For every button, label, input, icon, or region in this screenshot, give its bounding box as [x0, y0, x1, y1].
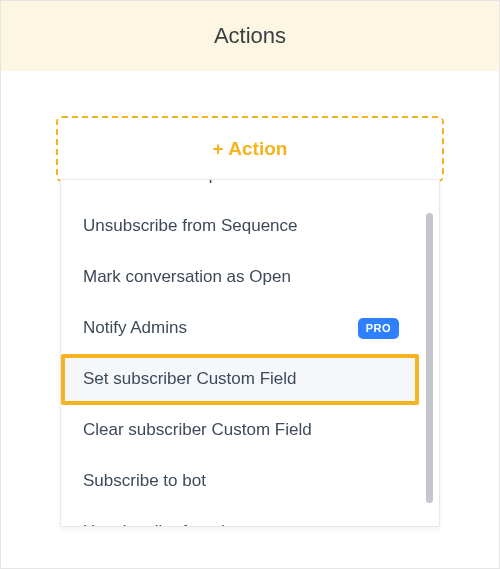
action-item-unsubscribe-bot[interactable]: Unsubscribe from bot	[61, 507, 419, 527]
action-item-label: Subscribe to Sequence	[83, 179, 399, 187]
action-item-unsubscribe-sequence[interactable]: Unsubscribe from Sequence	[61, 201, 419, 252]
action-item-label: Mark conversation as Open	[83, 266, 399, 289]
action-item-set-custom-field[interactable]: Set subscriber Custom Field	[61, 354, 419, 405]
action-item-label: Unsubscribe from bot	[83, 521, 399, 527]
action-item-label: Set subscriber Custom Field	[83, 368, 399, 391]
scrollbar-thumb[interactable]	[426, 213, 433, 503]
add-action-label: + Action	[213, 138, 288, 159]
action-item-label: Clear subscriber Custom Field	[83, 419, 399, 442]
panel-header: Actions	[1, 1, 499, 71]
actions-panel: Actions + Action Subscribe to Sequence U…	[0, 0, 500, 569]
panel-body: + Action Subscribe to Sequence Unsubscri…	[1, 71, 499, 568]
action-item-label: Unsubscribe from Sequence	[83, 215, 399, 238]
panel-title: Actions	[214, 23, 286, 48]
action-item-notify-admins[interactable]: Notify Admins PRO	[61, 303, 419, 354]
pro-badge: PRO	[358, 318, 399, 339]
action-item-label: Subscribe to bot	[83, 470, 399, 493]
action-list: Subscribe to Sequence Unsubscribe from S…	[61, 179, 439, 527]
action-item-subscribe-sequence[interactable]: Subscribe to Sequence	[61, 179, 419, 201]
scrollbar[interactable]	[426, 188, 433, 518]
action-item-mark-open[interactable]: Mark conversation as Open	[61, 252, 419, 303]
action-item-label: Notify Admins	[83, 317, 358, 340]
action-item-subscribe-bot[interactable]: Subscribe to bot	[61, 456, 419, 507]
action-dropdown: Subscribe to Sequence Unsubscribe from S…	[60, 179, 440, 527]
add-action-button[interactable]: + Action	[56, 116, 444, 182]
action-item-clear-custom-field[interactable]: Clear subscriber Custom Field	[61, 405, 419, 456]
